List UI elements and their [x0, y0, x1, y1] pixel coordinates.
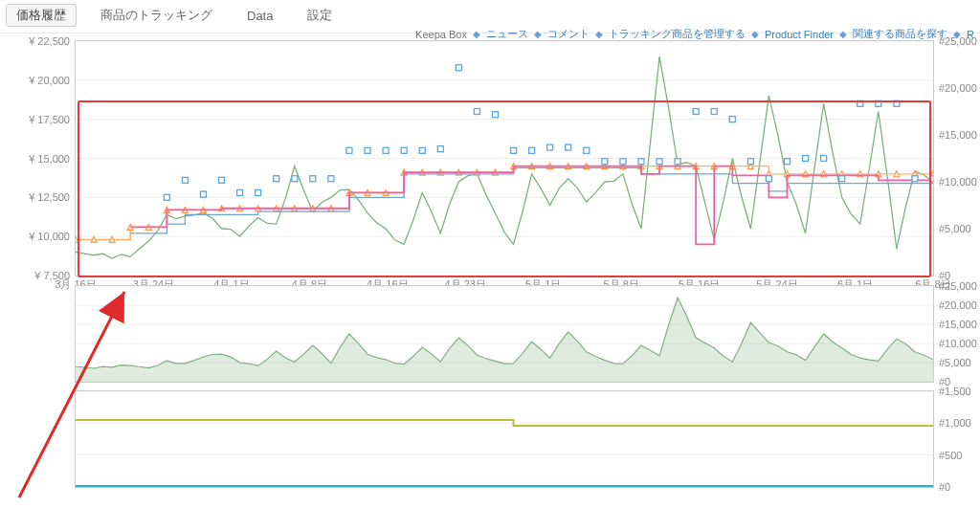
svg-rect-35: [675, 159, 680, 165]
svg-rect-18: [365, 147, 370, 153]
rank-chart[interactable]: #0#500#1,000#1,500: [75, 390, 934, 488]
y-left-tick: ¥ 22,500: [12, 35, 76, 47]
svg-rect-44: [839, 176, 845, 182]
svg-rect-42: [803, 156, 809, 162]
svg-rect-15: [310, 176, 316, 182]
svg-rect-7: [164, 194, 169, 200]
y-right-tick: #10,000: [933, 176, 980, 188]
y-left-tick: ¥ 15,000: [12, 153, 76, 165]
y-right-tick: #20,000: [933, 82, 980, 94]
tab-data[interactable]: Data: [236, 6, 283, 26]
svg-rect-38: [729, 117, 735, 122]
svg-rect-40: [766, 176, 771, 182]
tab-price-history[interactable]: 価格履歴: [6, 4, 77, 27]
svg-rect-14: [292, 176, 298, 182]
svg-rect-13: [274, 176, 279, 182]
mini-y-tick: #10,000: [933, 338, 980, 349]
svg-rect-29: [566, 144, 571, 150]
svg-rect-36: [693, 109, 699, 115]
y-left-tick: ¥ 17,500: [12, 114, 76, 125]
svg-rect-27: [529, 147, 535, 153]
y-right-tick: #25,000: [933, 35, 980, 47]
svg-rect-43: [821, 156, 827, 162]
y-right-tick: #15,000: [933, 129, 980, 141]
svg-rect-16: [328, 176, 334, 182]
y-left-tick: ¥ 20,000: [12, 75, 76, 86]
svg-rect-22: [437, 146, 443, 152]
keepa-box-label: Keepa Box: [415, 29, 467, 40]
svg-rect-23: [456, 65, 461, 71]
svg-rect-19: [383, 147, 389, 153]
rank-y-tick: #0: [933, 481, 980, 493]
diamond-icon: ◆: [534, 29, 542, 39]
mini-y-tick: #25,000: [933, 280, 980, 292]
rank-y-tick: #1,000: [933, 417, 980, 429]
price-chart-svg: [76, 41, 933, 276]
svg-rect-31: [602, 159, 608, 165]
svg-rect-39: [747, 159, 753, 165]
svg-rect-30: [584, 147, 590, 153]
svg-rect-41: [784, 159, 790, 165]
svg-rect-37: [711, 109, 717, 115]
svg-rect-28: [547, 144, 553, 150]
svg-rect-24: [474, 109, 479, 115]
overview-chart[interactable]: #0#5,000#10,000#15,000#20,000#25,000: [75, 285, 934, 383]
crumb-comments[interactable]: コメント: [547, 27, 590, 41]
svg-rect-17: [346, 147, 352, 153]
overview-chart-svg: [76, 286, 933, 382]
main-price-chart[interactable]: ¥ 7,500¥ 10,000¥ 12,500¥ 15,000¥ 17,500¥…: [75, 40, 934, 276]
diamond-icon: ◆: [839, 29, 847, 39]
rank-chart-svg: [76, 391, 933, 487]
tab-settings[interactable]: 設定: [297, 4, 343, 27]
y-right-tick: #5,000: [933, 223, 980, 234]
mini-y-tick: #20,000: [933, 299, 980, 311]
svg-rect-26: [511, 147, 517, 153]
y-left-tick: ¥ 10,000: [12, 231, 76, 242]
crumb-manage-tracking[interactable]: トラッキング商品を管理する: [609, 27, 746, 41]
svg-rect-45: [858, 100, 863, 106]
svg-rect-48: [912, 176, 918, 182]
svg-rect-9: [200, 191, 206, 197]
svg-rect-25: [492, 112, 498, 118]
mini-y-tick: #5,000: [933, 357, 980, 368]
svg-rect-20: [401, 147, 407, 153]
svg-rect-21: [419, 147, 425, 153]
svg-rect-10: [219, 177, 225, 183]
diamond-icon: ◆: [595, 29, 603, 39]
y-left-tick: ¥ 12,500: [12, 191, 76, 203]
mini-y-tick: #15,000: [933, 319, 980, 330]
diamond-icon: ◆: [473, 29, 480, 39]
rank-y-tick: #500: [933, 450, 980, 461]
svg-rect-8: [182, 177, 188, 183]
svg-rect-47: [894, 100, 900, 106]
breadcrumb: Keepa Box ◆ ニュース ◆ コメント ◆ トラッキング商品を管理する …: [415, 27, 974, 41]
crumb-news[interactable]: ニュース: [486, 27, 528, 41]
svg-rect-34: [657, 159, 662, 165]
svg-rect-11: [237, 189, 243, 195]
diamond-icon: ◆: [751, 29, 759, 39]
svg-rect-32: [620, 159, 626, 165]
svg-rect-12: [256, 189, 261, 195]
svg-rect-46: [876, 100, 881, 106]
rank-y-tick: #1,500: [933, 386, 980, 397]
tab-tracking[interactable]: 商品のトラッキング: [90, 4, 223, 27]
crumb-product-finder[interactable]: Product Finder: [765, 29, 834, 40]
svg-rect-33: [638, 159, 644, 165]
